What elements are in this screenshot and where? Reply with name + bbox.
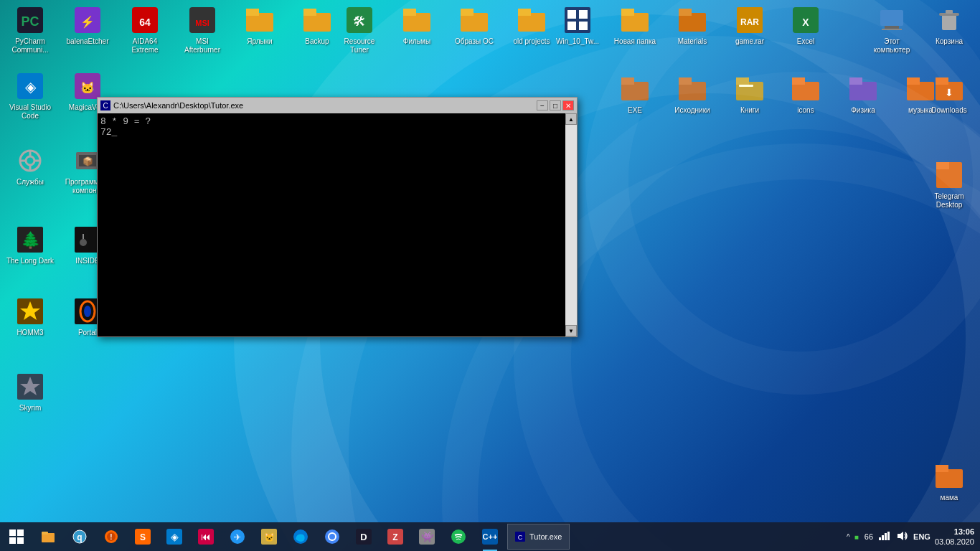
desktop-icon-icons[interactable]: icons	[778, 72, 833, 118]
desktop-icon-downloads[interactable]: ⬇ Downloads	[922, 72, 976, 118]
cmd-scrollbar[interactable]: ▲ ▼	[565, 113, 577, 336]
svg-text:⚡: ⚡	[80, 15, 95, 29]
magicavoxel-icon: 🐱	[73, 72, 102, 100]
desktop-icon-sluzhby[interactable]: Службы	[3, 143, 57, 189]
obrazy-label: Образы ОС	[455, 37, 494, 46]
cmd-titlebar[interactable]: C C:\Users\Alexandr\Desktop\Tutor.exe − …	[98, 98, 577, 113]
minimize-button[interactable]: −	[537, 100, 548, 110]
desktop: PC PyCharm Communi... ⚡ balenaEtcher 64 …	[0, 0, 980, 551]
fizika-label: Физика	[851, 106, 875, 115]
taskbar-apps: q ! S ◈	[32, 522, 841, 551]
close-button[interactable]: ✕	[562, 100, 574, 110]
vscode-icon: ◈	[16, 72, 44, 100]
balena-label: balenaEtcher	[67, 37, 109, 46]
msi-icon: MSI	[188, 6, 217, 34]
svg-rect-33	[880, 10, 903, 26]
exe-label: EXE	[628, 106, 642, 115]
taskbar-foobar[interactable]: 🐱	[253, 522, 285, 551]
start-button[interactable]	[0, 522, 32, 551]
desktop-icon-etot-komputer[interactable]: Этот компьютер	[864, 3, 919, 57]
desktop-icon-filmy[interactable]: Фильмы	[390, 3, 444, 49]
desktop-icon-ishodniki[interactable]: Исходники	[665, 72, 720, 118]
tray-battery[interactable]: 66	[863, 531, 875, 542]
desktop-icon-balena[interactable]: ⚡ balenaEtcher	[60, 3, 115, 49]
scroll-track[interactable]	[565, 125, 577, 325]
desktop-icon-msi[interactable]: MSI MSI Afterburner	[175, 3, 230, 57]
desktop-icon-win10[interactable]: Win_10_Tw...	[550, 3, 605, 49]
downloads-label: Downloads	[931, 106, 966, 115]
svg-text:Z: Z	[392, 532, 397, 542]
scroll-down[interactable]: ▼	[565, 325, 577, 336]
homm3-label: HOMM3	[17, 329, 43, 337]
svg-rect-23	[567, 22, 576, 30]
taskbar-zeal[interactable]: Z	[380, 522, 411, 551]
desktop-icon-the-long-dark[interactable]: 🌲 The Long Dark	[3, 222, 57, 268]
cmd-content[interactable]: 8 * 9 = ? 72_	[98, 113, 577, 336]
desktop-icon-resource-tuner[interactable]: 🛠 Resource Tuner	[332, 3, 387, 57]
ishodniki-icon	[678, 75, 707, 103]
scroll-up[interactable]: ▲	[565, 113, 577, 125]
svg-rect-44	[621, 77, 634, 85]
taskbar-explorer[interactable]	[32, 522, 64, 551]
taskbar-chrome[interactable]	[316, 522, 348, 551]
svg-rect-24	[579, 22, 588, 30]
tray-clock[interactable]: 13:06 03.08.2020	[935, 527, 974, 547]
the-long-dark-label: The Long Dark	[6, 257, 54, 265]
game-rar-label: game.rar	[735, 37, 764, 46]
telegram-label: Telegram Desktop	[925, 192, 974, 209]
taskbar-cpp[interactable]: C++	[474, 522, 506, 551]
desktop-icon-yarlyki[interactable]: Ярлыки	[232, 3, 287, 49]
sluzhby-icon	[16, 146, 44, 175]
taskbar: q ! S ◈	[0, 522, 980, 551]
icons-icon	[791, 75, 820, 103]
tray-lang[interactable]: ENG	[912, 531, 932, 542]
svg-text:X: X	[802, 17, 809, 28]
svg-text:⬇: ⬇	[945, 87, 953, 98]
desktop-icon-homm3[interactable]: HOMM3	[3, 294, 57, 340]
taskbar-tutor-exe[interactable]: C Tutor.exe	[507, 524, 570, 550]
desktop-icon-aida64[interactable]: 64 AIDA64 Extreme	[118, 3, 172, 57]
desktop-icon-pycharm[interactable]: PC PyCharm Communi...	[3, 3, 57, 57]
desktop-icon-exe[interactable]: EXE	[608, 72, 662, 118]
taskbar-edge[interactable]	[285, 522, 316, 551]
desktop-icon-korzina[interactable]: Корзина	[922, 3, 976, 49]
novaya-papka-label: Новая папка	[614, 37, 656, 46]
desktop-icon-novaya-papka[interactable]: Новая папка	[608, 3, 662, 49]
taskbar-qbittorrent[interactable]: q	[64, 522, 95, 551]
vscode-label: Visual Studio Code	[6, 103, 55, 121]
svg-rect-120	[887, 532, 890, 540]
taskbar-antivirus[interactable]: !	[95, 522, 127, 551]
desktop-icon-telegram[interactable]: Telegram Desktop	[922, 158, 976, 212]
svg-rect-17	[461, 9, 473, 16]
taskbar-sublime[interactable]: S	[127, 522, 159, 551]
tray-green-square[interactable]: ■	[853, 532, 860, 542]
filmy-icon	[402, 6, 431, 34]
taskbar-mediaplayer[interactable]: ⏮	[190, 522, 222, 551]
svg-point-60	[26, 156, 34, 165]
taskbar-dash[interactable]: D	[348, 522, 380, 551]
desktop-icon-materials[interactable]: Materials	[665, 3, 720, 49]
mama-icon	[935, 462, 963, 491]
desktop-icon-excel[interactable]: X Excel	[778, 3, 833, 49]
desktop-icon-mama[interactable]: мама	[922, 459, 976, 505]
maximize-button[interactable]: □	[550, 100, 561, 110]
desktop-icon-fizika[interactable]: Физика	[836, 72, 890, 118]
downloads-icon: ⬇	[935, 75, 963, 103]
taskbar-vscode[interactable]: ◈	[159, 522, 190, 551]
svg-rect-36	[942, 14, 956, 30]
desktop-icon-obrazy[interactable]: Образы ОС	[447, 3, 501, 49]
taskbar-telegram[interactable]: ✈	[222, 522, 253, 551]
desktop-icon-knigi[interactable]: Книги	[722, 72, 777, 118]
tray-time: 13:06	[935, 527, 974, 537]
taskbar-app13[interactable]: 👾	[411, 522, 443, 551]
svg-text:✈: ✈	[234, 532, 241, 542]
taskbar-spotify[interactable]	[443, 522, 474, 551]
tray-network[interactable]	[877, 530, 892, 544]
desktop-icon-game-rar[interactable]: RAR game.rar	[722, 3, 777, 49]
tray-volume[interactable]	[895, 529, 909, 545]
tray-expand[interactable]: ^	[847, 533, 850, 541]
desktop-icon-vscode[interactable]: ◈ Visual Studio Code	[3, 69, 57, 123]
desktop-icon-skyrim[interactable]: Skyrim	[3, 369, 57, 415]
svg-rect-118	[882, 535, 884, 540]
materials-icon	[678, 6, 707, 34]
